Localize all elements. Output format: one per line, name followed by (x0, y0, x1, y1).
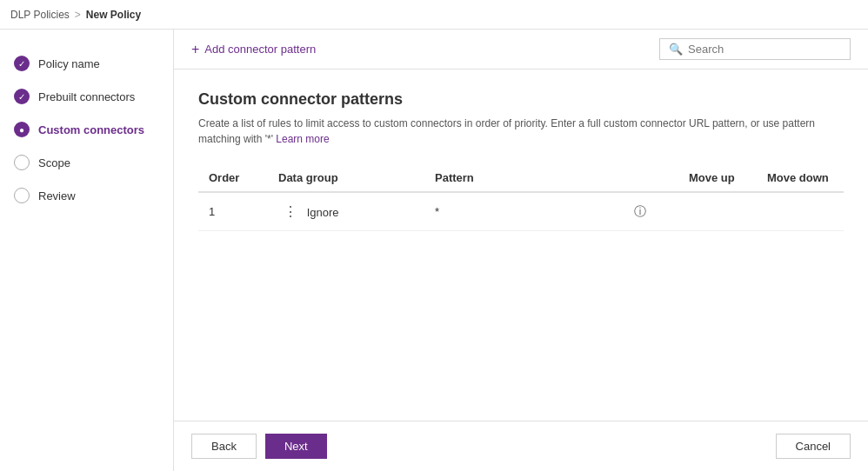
cell-datagroup: ⋮ Ignore (268, 192, 424, 231)
page-body: Custom connector patterns Create a list … (174, 70, 868, 421)
back-button[interactable]: Back (191, 434, 257, 459)
sidebar-label-custom-connectors: Custom connectors (38, 123, 144, 136)
breadcrumb-parent[interactable]: DLP Policies (10, 9, 70, 21)
col-header-moveup: Move up (678, 164, 757, 192)
cell-pattern: * ⓘ (424, 192, 678, 231)
col-header-movedown: Move down (757, 164, 844, 192)
footer: Back Next Cancel (174, 421, 868, 471)
step-circle-custom-connectors: ● (14, 122, 30, 137)
sidebar-label-scope: Scope (38, 156, 70, 169)
breadcrumb: DLP Policies > New Policy (0, 0, 868, 30)
content-area: + Add connector pattern 🔍 Custom connect… (174, 30, 868, 471)
page-title: Custom connector patterns (198, 90, 844, 109)
sidebar-label-policy-name: Policy name (38, 57, 100, 70)
sidebar: ✓ Policy name ✓ Prebuilt connectors ● Cu… (0, 30, 174, 471)
add-connector-pattern-button[interactable]: + Add connector pattern (191, 42, 316, 57)
step-circle-scope (14, 155, 30, 170)
sidebar-label-prebuilt-connectors: Prebuilt connectors (38, 90, 135, 103)
table-row: 1 ⋮ Ignore * ⓘ (198, 192, 844, 231)
step-circle-review (14, 188, 30, 203)
col-header-order: Order (198, 164, 268, 192)
breadcrumb-separator: > (75, 9, 81, 21)
search-input[interactable] (688, 43, 841, 56)
col-header-pattern: Pattern (424, 164, 678, 192)
next-button[interactable]: Next (265, 434, 327, 459)
sidebar-item-scope[interactable]: Scope (0, 146, 173, 179)
sidebar-item-review[interactable]: Review (0, 179, 173, 212)
sidebar-item-prebuilt-connectors[interactable]: ✓ Prebuilt connectors (0, 80, 173, 113)
search-icon: 🔍 (669, 43, 683, 56)
breadcrumb-current: New Policy (86, 9, 141, 21)
row-menu-button[interactable]: ⋮ (278, 202, 304, 222)
sidebar-label-review: Review (38, 189, 76, 202)
step-circle-policy-name: ✓ (14, 56, 30, 71)
cancel-button[interactable]: Cancel (776, 434, 851, 459)
cell-order: 1 (198, 192, 268, 231)
search-box: 🔍 (659, 38, 851, 60)
sidebar-item-policy-name[interactable]: ✓ Policy name (0, 47, 173, 80)
step-circle-prebuilt-connectors: ✓ (14, 89, 30, 104)
cell-moveup (678, 192, 757, 231)
footer-actions-left: Back Next (191, 434, 327, 459)
add-connector-label: Add connector pattern (204, 43, 316, 56)
learn-more-link[interactable]: Learn more (276, 133, 329, 145)
page-description: Create a list of rules to limit access t… (198, 116, 844, 147)
plus-icon: + (191, 42, 199, 57)
info-icon-button[interactable]: ⓘ (634, 204, 646, 220)
cell-movedown (757, 192, 844, 231)
col-header-datagroup: Data group (268, 164, 424, 192)
connector-patterns-table: Order Data group Pattern Move up Move do… (198, 164, 844, 231)
toolbar: + Add connector pattern 🔍 (174, 30, 868, 70)
sidebar-item-custom-connectors[interactable]: ● Custom connectors (0, 113, 173, 146)
